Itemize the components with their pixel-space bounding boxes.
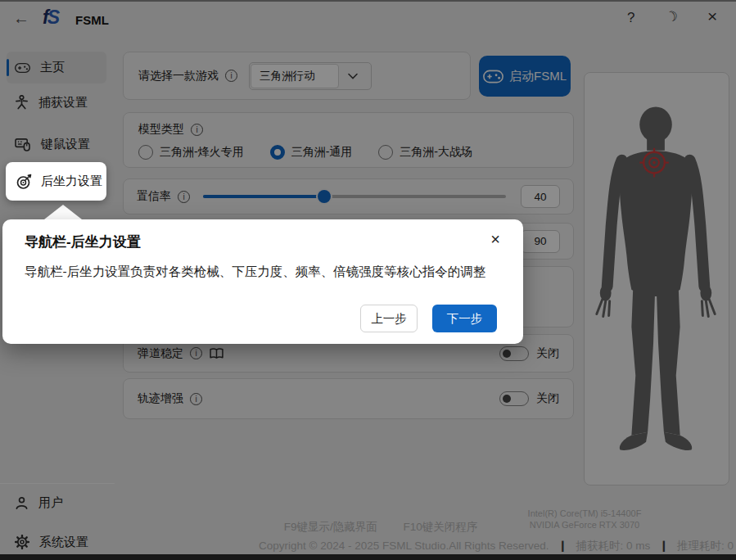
tour-popup-title: 导航栏-后坐力设置 xyxy=(25,233,499,251)
app-window: ← fS FSML ? ☽ × 主页 捕获设置 键 xyxy=(0,0,736,560)
sidebar-item-label: 后坐力设置 xyxy=(41,174,102,189)
tour-prev-button[interactable]: 上一步 xyxy=(360,305,418,332)
tour-popup-caret xyxy=(44,205,82,219)
recoil-target-icon xyxy=(16,174,32,190)
tour-popup-body: 导航栏-后坐力设置负责对各类枪械、下压力度、频率、倍镜强度等核心指令的调整 xyxy=(25,261,499,282)
tour-popup: 导航栏-后坐力设置 × 导航栏-后坐力设置负责对各类枪械、下压力度、频率、倍镜强… xyxy=(2,219,523,344)
tour-next-button[interactable]: 下一步 xyxy=(432,305,497,332)
tour-close-icon[interactable]: × xyxy=(490,230,500,249)
sidebar-item-recoil-settings[interactable]: 后坐力设置 xyxy=(6,162,106,201)
